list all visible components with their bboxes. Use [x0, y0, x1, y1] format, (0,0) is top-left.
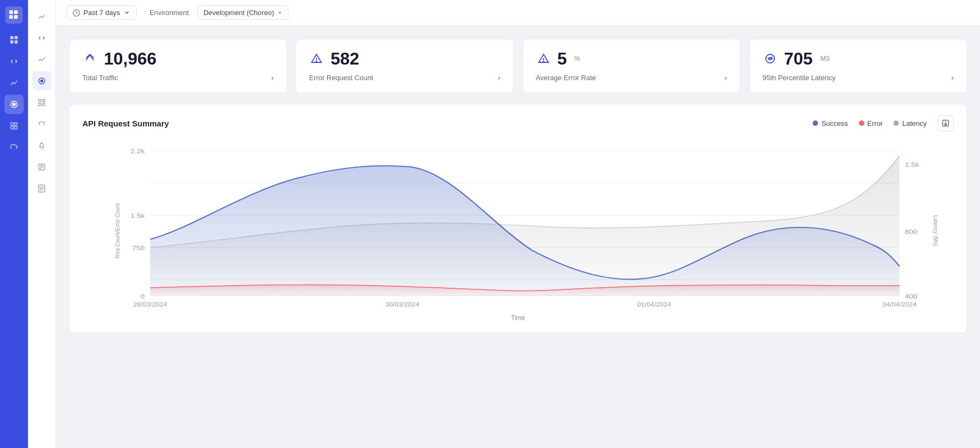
- chart-actions: [937, 115, 954, 131]
- svg-text:28/03/2024: 28/03/2024: [133, 302, 167, 308]
- secondary-sidebar: [28, 0, 56, 448]
- latency-label: 95th Percentile Latency: [763, 74, 836, 82]
- svg-text:2.2k: 2.2k: [131, 148, 145, 154]
- sidebar-item-components[interactable]: [32, 93, 52, 112]
- error-count-label: Error Request Count: [309, 74, 373, 82]
- nav-item-observe[interactable]: [4, 95, 24, 114]
- svg-text:800: 800: [905, 229, 917, 235]
- time-filter-button[interactable]: Past 7 days: [67, 5, 137, 20]
- chevron-down-icon: [123, 9, 131, 17]
- content-area: 10,966 Total Traffic ›: [56, 26, 980, 448]
- legend-label-error: Error: [868, 119, 883, 127]
- error-rate-arrow: ›: [724, 74, 727, 82]
- chart-svg: 0 750 1.5k 2.2k 400 800 1.5k: [109, 140, 927, 312]
- latency-unit: MS: [820, 55, 830, 62]
- svg-rect-10: [11, 123, 13, 125]
- svg-text:0: 0: [140, 293, 145, 300]
- svg-rect-18: [39, 103, 41, 106]
- metric-card-error-rate[interactable]: 5% Average Error Rate ›: [523, 39, 741, 93]
- nav-item-cloud[interactable]: [4, 138, 24, 157]
- error-rate-icon: [536, 51, 551, 66]
- latency-arrow: ›: [951, 74, 954, 82]
- legend-latency: Latency: [893, 119, 927, 127]
- metrics-row: 10,966 Total Traffic ›: [69, 39, 967, 93]
- env-select-value: Development (Choreo): [203, 9, 274, 17]
- legend-label-latency: Latency: [902, 119, 927, 127]
- nav-item-integrations[interactable]: [4, 116, 24, 136]
- topbar: Past 7 days Environment Development (Cho…: [56, 0, 980, 26]
- traffic-icon: [82, 51, 97, 66]
- svg-point-30: [316, 61, 317, 62]
- latency-value: 705: [784, 50, 813, 67]
- svg-rect-0: [9, 10, 13, 14]
- svg-rect-3: [14, 15, 18, 19]
- svg-rect-5: [15, 36, 18, 39]
- nav-rail: [0, 0, 28, 448]
- legend-dot-success: [813, 120, 818, 126]
- y-axis-right-label: Latency (Ms): [933, 215, 939, 246]
- svg-rect-4: [10, 36, 13, 39]
- svg-rect-2: [9, 15, 13, 19]
- sidebar-item-alerts[interactable]: [32, 136, 52, 155]
- chart-title: API Request Summary: [82, 119, 169, 128]
- legend-error: Error: [859, 119, 883, 127]
- svg-rect-17: [43, 99, 45, 102]
- svg-text:01/04/2024: 01/04/2024: [637, 302, 671, 308]
- sidebar-item-flows[interactable]: [32, 28, 52, 47]
- sidebar-item-logs[interactable]: [32, 157, 52, 176]
- svg-rect-6: [10, 40, 13, 44]
- app-logo: [5, 6, 23, 24]
- sidebar-item-reports[interactable]: [32, 179, 52, 198]
- legend-dot-error: [859, 120, 864, 126]
- nav-item-metrics[interactable]: [4, 73, 24, 93]
- svg-text:1.5k: 1.5k: [905, 161, 919, 168]
- legend-dot-latency: [893, 120, 899, 126]
- svg-rect-19: [43, 103, 45, 106]
- svg-text:400: 400: [905, 293, 917, 300]
- svg-text:1.5k: 1.5k: [131, 212, 145, 219]
- sidebar-item-cloud[interactable]: [32, 114, 52, 133]
- svg-point-15: [41, 80, 43, 82]
- svg-text:30/03/2024: 30/03/2024: [385, 302, 419, 308]
- chart-legend: Success Error Latency: [813, 119, 927, 127]
- svg-text:04/04/2024: 04/04/2024: [883, 302, 916, 308]
- svg-point-9: [13, 103, 16, 106]
- chart-wrapper: Req Count/Error Count Latency (Ms): [82, 140, 954, 322]
- chart-x-label: Time: [109, 314, 927, 322]
- svg-point-32: [543, 61, 544, 62]
- metric-card-error-count[interactable]: 582 Error Request Count ›: [295, 39, 513, 93]
- total-traffic-arrow: ›: [271, 74, 273, 82]
- sidebar-item-overview[interactable]: [32, 6, 52, 26]
- error-rate-unit: %: [574, 55, 580, 62]
- env-label: Environment: [150, 9, 189, 17]
- total-traffic-label: Total Traffic: [82, 74, 118, 82]
- y-axis-left-label: Req Count/Error Count: [115, 203, 121, 258]
- main-area: Past 7 days Environment Development (Cho…: [56, 0, 980, 448]
- latency-icon: [763, 51, 778, 66]
- chart-export-button[interactable]: [937, 115, 954, 131]
- svg-rect-11: [15, 123, 17, 125]
- env-chevron-icon: [277, 10, 283, 16]
- svg-rect-16: [39, 99, 41, 102]
- total-traffic-value: 10,966: [104, 50, 157, 67]
- sidebar-item-chart[interactable]: [32, 49, 52, 69]
- time-filter-label: Past 7 days: [83, 9, 120, 17]
- sidebar-item-active[interactable]: [32, 71, 52, 90]
- error-count-value: 582: [330, 50, 359, 67]
- metric-card-latency[interactable]: 705MS 95th Percentile Latency ›: [749, 39, 967, 93]
- chart-panel: API Request Summary Success Error: [69, 104, 967, 333]
- svg-rect-1: [14, 10, 18, 14]
- env-select-button[interactable]: Development (Choreo): [198, 5, 289, 20]
- clock-icon: [73, 9, 80, 17]
- error-count-icon: [309, 51, 324, 66]
- nav-item-dashboard[interactable]: [4, 30, 24, 49]
- nav-item-api[interactable]: [4, 52, 24, 71]
- svg-rect-13: [15, 126, 17, 129]
- legend-success: Success: [813, 119, 848, 127]
- legend-label-success: Success: [821, 119, 848, 127]
- error-rate-value: 5: [558, 50, 567, 67]
- svg-text:750: 750: [132, 245, 145, 251]
- error-count-arrow: ›: [498, 74, 500, 82]
- svg-rect-12: [11, 126, 13, 129]
- metric-card-total-traffic[interactable]: 10,966 Total Traffic ›: [69, 39, 287, 93]
